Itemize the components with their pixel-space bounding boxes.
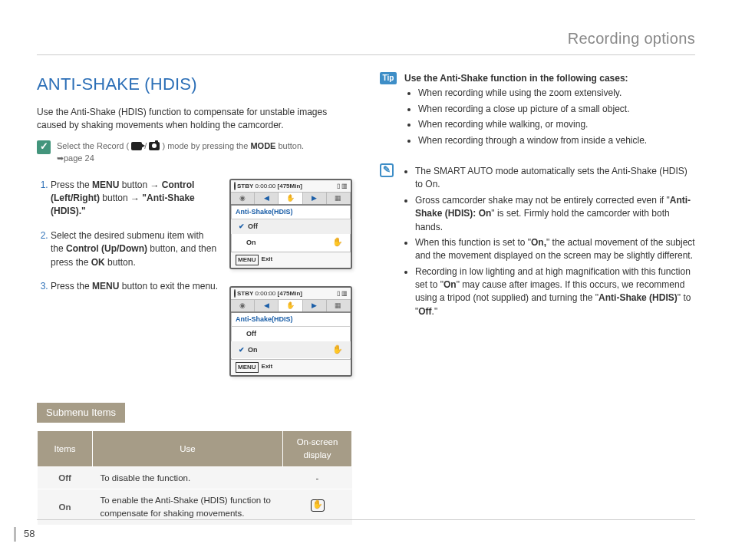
right-column: Tip Use the Anti-Shake function in the f… xyxy=(380,72,695,525)
step-3: Press the MENU button to exit the menu. xyxy=(51,280,219,293)
submenu-table: Items Use On-screen display Off To disab… xyxy=(37,430,352,525)
table-row: Off To disable the function. - xyxy=(38,466,352,489)
section-title: ANTI-SHAKE (HDIS) xyxy=(37,72,352,97)
note-item: When this function is set to "On," the a… xyxy=(415,236,695,263)
footer-rule xyxy=(37,519,695,520)
checkmark-icon: ✓ xyxy=(37,140,51,154)
video-icon xyxy=(131,142,142,150)
th-display: On-screen display xyxy=(283,431,352,466)
step-2: Select the desired submenu item with the… xyxy=(51,229,219,269)
prerequisite-text: Select the Record ( / ) mode by pressing… xyxy=(57,140,304,165)
lcd-row-off: Off xyxy=(231,327,351,341)
tip-item: When recording while walking, or moving. xyxy=(418,118,647,131)
page-number: 58 xyxy=(14,527,35,542)
card-battery-icon: ▯ ▥ xyxy=(337,182,348,191)
record-dot-icon xyxy=(234,182,236,190)
note-item: Recording in low lighting and at high ma… xyxy=(415,265,695,319)
note-item: The SMART AUTO mode automatically sets t… xyxy=(415,165,695,192)
hand-icon: ✋ xyxy=(332,344,343,356)
submenu-heading: Submenu Items xyxy=(37,403,125,423)
tip-block: Tip Use the Anti-Shake function in the f… xyxy=(380,72,695,150)
photo-icon xyxy=(149,142,160,150)
note-icon: ✎ xyxy=(380,163,394,177)
hand-icon xyxy=(311,499,325,512)
note-block: ✎ The SMART AUTO mode automatically sets… xyxy=(380,163,695,321)
lcd-off-selected: STBY 0:00:00 [475Min] ▯ ▥ ◉◀✋▶▦ Anti-Sha… xyxy=(229,179,352,269)
steps: Press the MENU button → Control (Left/Ri… xyxy=(37,179,219,377)
card-battery-icon: ▯ ▥ xyxy=(337,289,348,298)
step-1: Press the MENU button → Control (Left/Ri… xyxy=(51,179,219,219)
record-dot-icon xyxy=(234,289,236,298)
th-items: Items xyxy=(38,431,93,466)
lcd-row-on: On✋ xyxy=(231,234,351,251)
lcd-screenshots: STBY 0:00:00 [475Min] ▯ ▥ ◉◀✋▶▦ Anti-Sha… xyxy=(229,179,352,377)
tip-item: When recording while using the zoom exte… xyxy=(418,87,647,100)
tip-item: When recording a close up picture of a s… xyxy=(418,103,647,116)
prerequisite-row: ✓ Select the Record ( / ) mode by pressi… xyxy=(37,140,352,165)
left-column: ANTI-SHAKE (HDIS) Use the Anti-Shake (HD… xyxy=(37,72,352,525)
th-use: Use xyxy=(93,431,283,466)
hand-icon: ✋ xyxy=(332,236,343,249)
lcd-row-off: ✔Off xyxy=(231,219,351,234)
note-item: Gross camcorder shake may not be entirel… xyxy=(415,194,695,234)
tip-icon: Tip xyxy=(380,72,397,84)
tip-item: When recording through a window from ins… xyxy=(418,134,647,147)
lcd-on-selected: STBY 0:00:00 [475Min] ▯ ▥ ◉◀✋▶▦ Anti-Sha… xyxy=(229,286,352,377)
tip-heading: Use the Anti-Shake function in the follo… xyxy=(404,72,647,85)
lcd-row-on: ✔On✋ xyxy=(231,341,351,358)
page-header: Recording options xyxy=(37,28,695,55)
section-intro: Use the Anti-Shake (HDIS) function to co… xyxy=(37,106,328,133)
page: Recording options ANTI-SHAKE (HDIS) Use … xyxy=(0,0,732,560)
